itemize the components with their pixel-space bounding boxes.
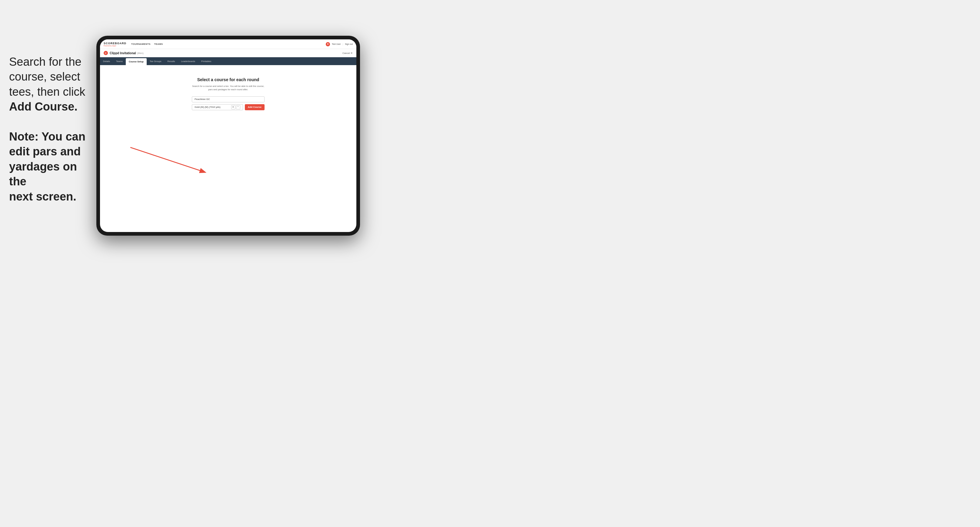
tablet-frame: SCOREBOARD Powered by clippd TOURNAMENTS… (96, 36, 360, 236)
nav-teams[interactable]: TEAMS (154, 43, 163, 45)
tab-nav: Details Teams Course Setup Tee Groups Re… (100, 57, 356, 65)
logo-area: SCOREBOARD Powered by clippd (103, 42, 126, 47)
tournament-header: C Clippd Invitational (Men) Cancel ✕ (100, 49, 356, 57)
tee-select-row: Gold (M) (M) (7010 yds) ✕ ⌃ Add Course (192, 104, 264, 110)
tab-leaderboards[interactable]: Leaderboards (178, 57, 198, 65)
nav-tournaments[interactable]: TOURNAMENTS (131, 43, 151, 45)
tournament-name: Clippd Invitational (110, 51, 136, 55)
tab-tee-groups[interactable]: Tee Groups (147, 57, 165, 65)
tournament-logo: C (103, 51, 108, 55)
main-content: Select a course for each round Search fo… (100, 65, 356, 186)
tee-select[interactable]: Gold (M) (M) (7010 yds) ✕ ⌃ (192, 104, 243, 110)
user-avatar: R (326, 42, 330, 46)
tee-expand-btn[interactable]: ⌃ (236, 105, 240, 110)
nav-right: R Test User | Sign out (326, 42, 353, 46)
logo-sub: Powered by clippd (103, 45, 126, 47)
tee-controls: ✕ ⌃ (231, 105, 240, 110)
course-search-input[interactable] (192, 96, 264, 102)
note-text: Note: You can edit pars and yardages on … (9, 130, 86, 203)
tab-course-setup[interactable]: Course Setup (126, 58, 147, 65)
tab-details[interactable]: Details (100, 57, 113, 65)
tab-results[interactable]: Results (165, 57, 178, 65)
sign-out-link[interactable]: Sign out (345, 43, 353, 45)
top-nav: SCOREBOARD Powered by clippd TOURNAMENTS… (100, 40, 356, 49)
logo-text: SCOREBOARD (103, 42, 126, 45)
tab-printables[interactable]: Printables (198, 57, 214, 65)
instruction-panel: Search for the course, select tees, then… (9, 54, 97, 204)
instruction-bold: Add Course. (9, 100, 78, 113)
instruction-text-1: Search for the course, select tees, then… (9, 56, 85, 113)
tablet-screen: SCOREBOARD Powered by clippd TOURNAMENTS… (100, 40, 356, 232)
section-title: Select a course for each round (197, 77, 259, 82)
tournament-tag: (Men) (137, 52, 144, 54)
section-desc: Search for a course and select a tee. Yo… (192, 84, 264, 92)
tab-teams[interactable]: Teams (113, 57, 126, 65)
tee-clear-btn[interactable]: ✕ (231, 105, 235, 110)
cancel-button[interactable]: Cancel ✕ (342, 52, 353, 54)
user-name: Test User (332, 43, 341, 45)
tee-value: Gold (M) (M) (7010 yds) (194, 106, 220, 108)
add-course-button[interactable]: Add Course (245, 104, 264, 110)
nav-links: TOURNAMENTS TEAMS (131, 43, 326, 45)
